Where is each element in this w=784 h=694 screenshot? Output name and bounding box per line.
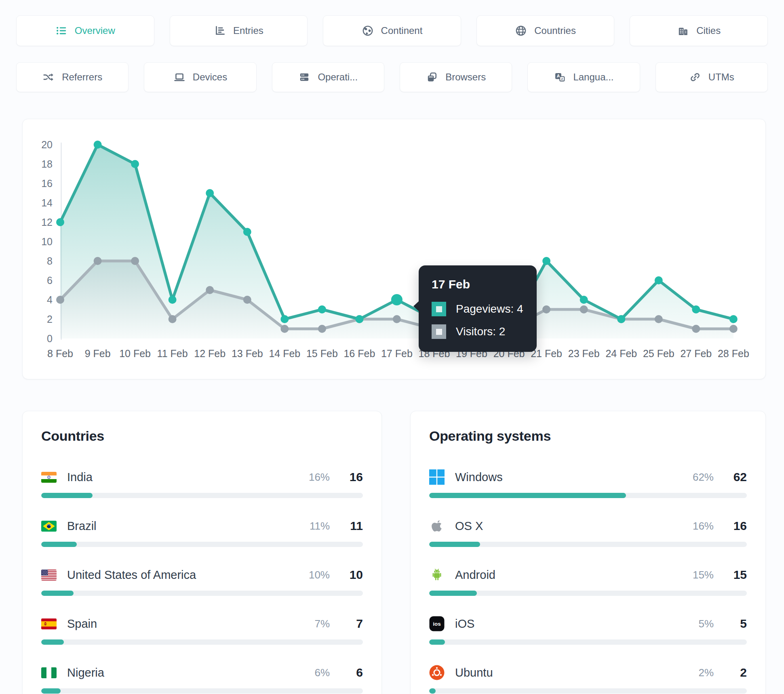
stat-row-name: India xyxy=(67,471,93,484)
stat-row-name: Windows xyxy=(455,471,503,484)
tab-label: Continent xyxy=(381,25,423,36)
stat-cards-row: Countries India16%16 Brazil11%11 United … xyxy=(22,411,766,694)
stat-row-count: 62 xyxy=(714,470,747,484)
tab-overview[interactable]: Overview xyxy=(16,15,154,46)
tooltip-item-text: Pageviews: 4 xyxy=(456,303,523,315)
stat-row-percent: 16% xyxy=(309,471,330,484)
tab-utms[interactable]: UTMs xyxy=(655,62,768,92)
tab-countries[interactable]: Countries xyxy=(476,15,615,46)
tab-label: Operati... xyxy=(318,72,358,83)
flag-brazil xyxy=(41,521,57,532)
stat-row: Nigeria6%6 xyxy=(41,664,363,694)
tab-label: UTMs xyxy=(708,72,734,83)
series-swatch-inner xyxy=(436,329,442,335)
svg-text:21 Feb: 21 Feb xyxy=(531,348,562,359)
flag-nigeria xyxy=(41,667,57,678)
tab-continent[interactable]: Continent xyxy=(323,15,461,46)
shuffle-icon xyxy=(42,71,55,83)
tab-cities[interactable]: Cities xyxy=(630,15,768,46)
stat-row-header: United States of America10%10 xyxy=(41,566,363,584)
link-icon xyxy=(689,71,701,83)
progress-bar-track xyxy=(429,542,747,547)
series-swatch xyxy=(432,302,446,316)
stat-row-count: 15 xyxy=(714,568,747,582)
svg-text:12: 12 xyxy=(41,217,53,228)
tab-row-secondary: Referrers Devices Operati... Browsers A … xyxy=(0,62,784,92)
flag-india xyxy=(41,472,57,483)
svg-text:27 Feb: 27 Feb xyxy=(680,348,712,359)
stat-row-name: Spain xyxy=(67,617,97,631)
tab-languages[interactable]: A zLangua... xyxy=(527,62,640,92)
progress-bar-track xyxy=(429,639,747,645)
stat-row-count: 2 xyxy=(714,666,747,679)
stat-row: India16%16 xyxy=(41,468,363,498)
stat-row-count: 16 xyxy=(714,519,747,533)
tooltip-items: Pageviews: 4Visitors: 2 xyxy=(432,302,525,339)
tab-devices[interactable]: Devices xyxy=(144,62,256,92)
tab-label: Langua... xyxy=(573,72,613,83)
tooltip-item: Visitors: 2 xyxy=(432,324,525,339)
tab-label: Countries xyxy=(534,25,576,36)
svg-text:10 Feb: 10 Feb xyxy=(119,348,151,359)
analytics-dashboard: Overview Entries Continent Countries Cit… xyxy=(0,15,784,694)
earth-icon xyxy=(362,25,374,37)
series-swatch xyxy=(432,324,446,339)
progress-bar-track xyxy=(41,542,363,547)
progress-bar-track xyxy=(41,493,363,498)
svg-text:0: 0 xyxy=(47,333,53,344)
svg-text:15 Feb: 15 Feb xyxy=(306,348,338,359)
progress-bar-fill xyxy=(429,542,480,547)
svg-text:16 Feb: 16 Feb xyxy=(344,348,375,359)
stat-row-name: Brazil xyxy=(67,519,97,533)
svg-text:10: 10 xyxy=(41,236,53,247)
svg-text:20: 20 xyxy=(41,139,53,150)
svg-text:11 Feb: 11 Feb xyxy=(157,348,188,359)
stat-row-header: iosiOS5%5 xyxy=(429,615,747,633)
countries-card: Countries India16%16 Brazil11%11 United … xyxy=(22,411,382,694)
laptop-icon xyxy=(173,71,185,83)
svg-text:16: 16 xyxy=(41,178,53,189)
stat-row-header: OS X16%16 xyxy=(429,517,747,535)
list-icon xyxy=(55,25,67,37)
progress-bar-fill xyxy=(41,639,64,645)
svg-text:6: 6 xyxy=(47,275,53,286)
chart-tooltip: 17 Feb Pageviews: 4Visitors: 2 xyxy=(419,265,537,352)
svg-text:25 Feb: 25 Feb xyxy=(643,348,674,359)
stat-row-name: Ubuntu xyxy=(455,666,493,679)
tooltip-item-text: Visitors: 2 xyxy=(456,325,505,338)
progress-bar-fill xyxy=(429,688,436,694)
svg-text:17 Feb: 17 Feb xyxy=(381,348,413,359)
tab-label: Referrers xyxy=(62,72,102,83)
ubuntu-icon xyxy=(429,665,445,680)
tab-referrers[interactable]: Referrers xyxy=(16,62,129,92)
tab-row-primary: Overview Entries Continent Countries Cit… xyxy=(0,15,784,46)
countries-list: India16%16 Brazil11%11 United States of … xyxy=(41,468,363,694)
stat-row: OS X16%16 xyxy=(429,517,747,547)
stat-row-percent: 15% xyxy=(693,569,714,581)
tab-label: Entries xyxy=(233,25,263,36)
svg-text:12 Feb: 12 Feb xyxy=(194,348,226,359)
stat-row-percent: 10% xyxy=(309,569,330,581)
progress-bar-fill xyxy=(41,493,93,498)
browser-icon xyxy=(426,71,438,83)
apple-icon xyxy=(429,518,445,534)
tooltip-date: 17 Feb xyxy=(432,278,525,291)
stat-row: Brazil11%11 xyxy=(41,517,363,547)
traffic-chart[interactable]: 024681012141618208 Feb9 Feb10 Feb11 Feb1… xyxy=(23,119,766,380)
svg-text:14 Feb: 14 Feb xyxy=(269,348,300,359)
tab-label: Devices xyxy=(193,72,227,83)
stat-row-percent: 7% xyxy=(314,618,330,630)
svg-text:4: 4 xyxy=(47,294,53,305)
stat-row-header: Windows62%62 xyxy=(429,468,747,486)
stat-row-name: iOS xyxy=(455,617,474,631)
translate-icon: A z xyxy=(554,71,566,83)
stat-row-percent: 5% xyxy=(698,618,714,630)
tab-operating[interactable]: Operati... xyxy=(272,62,384,92)
flag-usa xyxy=(41,570,57,580)
tab-entries[interactable]: Entries xyxy=(170,15,308,46)
svg-text:8: 8 xyxy=(47,255,53,267)
stat-row-percent: 11% xyxy=(310,520,330,532)
tab-browsers[interactable]: Browsers xyxy=(400,62,512,92)
progress-bar-fill xyxy=(41,542,77,547)
os-card-title: Operating systems xyxy=(429,428,747,444)
